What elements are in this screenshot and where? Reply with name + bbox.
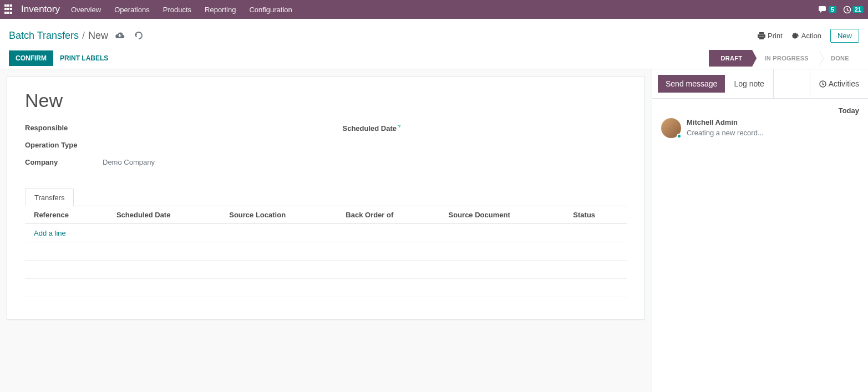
apps-icon[interactable]	[4, 4, 14, 14]
presence-dot	[677, 134, 682, 139]
field-company[interactable]: Demo Company	[103, 158, 155, 166]
form-sheet: New Responsible Operation Type Company D…	[7, 76, 645, 320]
nav-products[interactable]: Products	[163, 6, 191, 14]
nav-menu: Overview Operations Products Reporting C…	[71, 6, 292, 14]
breadcrumb: Batch Transfers / New	[9, 30, 108, 42]
log-note-button[interactable]: Log note	[725, 69, 774, 98]
gear-icon	[791, 32, 799, 39]
status-draft[interactable]: DRAFT	[709, 50, 753, 67]
print-icon	[758, 32, 765, 39]
nav-operations[interactable]: Operations	[114, 6, 150, 14]
label-operation-type: Operation Type	[25, 141, 103, 149]
label-scheduled-date: Scheduled Date?	[343, 124, 420, 133]
col-back-order[interactable]: Back Order of	[337, 206, 439, 224]
confirm-button[interactable]: CONFIRM	[9, 50, 53, 66]
col-reference[interactable]: Reference	[25, 206, 108, 224]
activities-button-chatter[interactable]: Activities	[810, 69, 868, 98]
new-button[interactable]: New	[830, 29, 859, 43]
col-status[interactable]: Status	[564, 206, 627, 224]
send-message-button[interactable]: Send message	[658, 75, 725, 93]
action-button[interactable]: Action	[791, 32, 821, 40]
breadcrumb-root[interactable]: Batch Transfers	[9, 30, 79, 42]
chatter-date: Today	[661, 106, 859, 115]
label-responsible: Responsible	[25, 124, 103, 132]
chat-icon	[819, 6, 828, 13]
app-brand[interactable]: Inventory	[21, 4, 60, 15]
status-in-progress[interactable]: IN PROGRESS	[752, 50, 819, 67]
col-scheduled-date[interactable]: Scheduled Date	[108, 206, 220, 224]
nav-configuration[interactable]: Configuration	[249, 6, 292, 14]
add-line-button[interactable]: Add a line	[34, 229, 66, 237]
help-icon[interactable]: ?	[398, 124, 401, 129]
print-button[interactable]: Print	[758, 32, 783, 40]
avatar[interactable]	[661, 118, 681, 138]
top-nav: Inventory Overview Operations Products R…	[0, 0, 868, 19]
col-source-document[interactable]: Source Document	[440, 206, 565, 224]
message-text: Creating a new record...	[687, 129, 764, 137]
control-panel: Batch Transfers / New Print Action New C…	[0, 19, 868, 69]
print-labels-button[interactable]: PRINT LABELS	[53, 50, 115, 66]
activities-count: 21	[852, 6, 864, 13]
chatter-panel: Send message Log note Activities Today M…	[652, 69, 868, 392]
nav-reporting[interactable]: Reporting	[205, 6, 236, 14]
table-row	[25, 261, 627, 279]
breadcrumb-leaf: New	[88, 30, 108, 42]
message-author[interactable]: Mitchell Admin	[687, 118, 764, 126]
status-bar: DRAFT IN PROGRESS DONE	[709, 50, 859, 67]
activities-button[interactable]: 21	[843, 6, 864, 14]
undo-icon[interactable]	[134, 32, 143, 39]
form-area: New Responsible Operation Type Company D…	[0, 69, 652, 392]
cloud-save-icon[interactable]	[115, 32, 125, 39]
clock-icon	[819, 80, 826, 88]
notebook-tabs: Transfers	[25, 189, 627, 206]
table-row	[25, 279, 627, 297]
col-source-location[interactable]: Source Location	[220, 206, 337, 224]
table-row	[25, 242, 627, 261]
messages-count: 5	[829, 6, 836, 13]
clock-icon	[843, 6, 851, 14]
breadcrumb-sep: /	[82, 30, 85, 42]
label-company: Company	[25, 158, 103, 166]
tab-transfers[interactable]: Transfers	[25, 189, 74, 206]
messages-button[interactable]: 5	[819, 6, 836, 13]
page-title: New	[25, 90, 627, 111]
status-done[interactable]: DONE	[819, 50, 859, 67]
nav-overview[interactable]: Overview	[71, 6, 101, 14]
message: Mitchell Admin Creating a new record...	[661, 118, 859, 138]
transfers-table: Reference Scheduled Date Source Location…	[25, 206, 627, 297]
